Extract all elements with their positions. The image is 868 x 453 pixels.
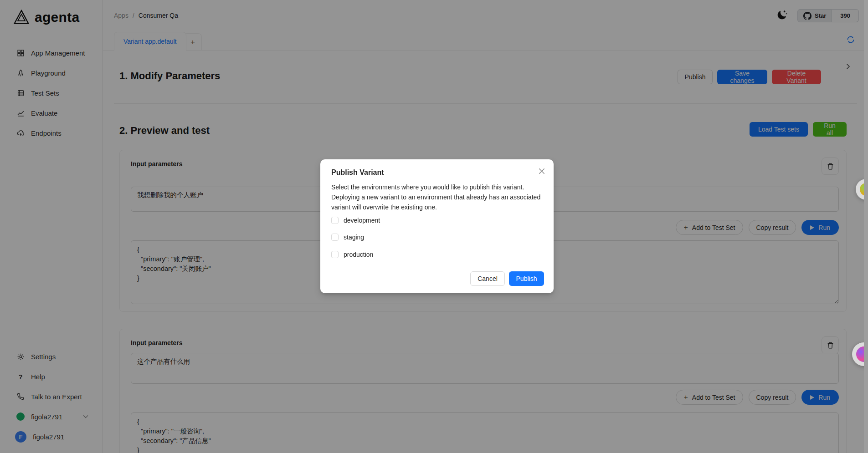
browser-scrollbar[interactable]	[864, 0, 868, 453]
cancel-button[interactable]: Cancel	[470, 271, 505, 286]
close-icon[interactable]	[538, 167, 546, 175]
option-label: staging	[344, 234, 364, 241]
environment-option-development[interactable]: development	[331, 217, 380, 224]
publish-variant-modal: Publish Variant Select the environments …	[320, 159, 554, 293]
option-label: production	[344, 251, 373, 258]
environment-option-production[interactable]: production	[331, 251, 373, 258]
development-checkbox[interactable]	[331, 217, 339, 224]
modal-description: Select the environments where you would …	[331, 182, 544, 212]
staging-checkbox[interactable]	[331, 234, 339, 241]
modal-publish-button[interactable]: Publish	[509, 271, 544, 286]
production-checkbox[interactable]	[331, 251, 339, 258]
modal-title: Publish Variant	[331, 168, 384, 177]
option-label: development	[344, 217, 380, 224]
environment-option-staging[interactable]: staging	[331, 234, 364, 241]
